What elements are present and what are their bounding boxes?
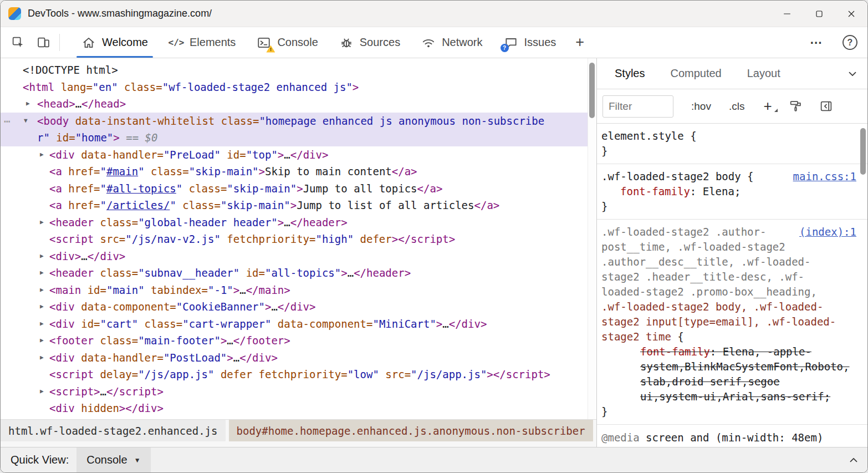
- css-colon: :: [710, 345, 723, 358]
- expand-arrow-icon[interactable]: ▶: [40, 248, 44, 265]
- code-token: href=: [62, 199, 100, 211]
- attribute-link[interactable]: #all-topics: [106, 182, 176, 195]
- code-token: class=: [182, 182, 227, 195]
- code-token: data-handler=: [75, 149, 164, 161]
- help-icon: ?: [847, 38, 853, 48]
- expand-arrow-icon[interactable]: ▶: [40, 282, 44, 299]
- tab-layout[interactable]: Layout: [747, 67, 780, 80]
- dom-tree-node[interactable]: <a href="#main" class="skip-main">Skip t…: [1, 163, 596, 180]
- code-token: id=: [239, 267, 265, 279]
- dom-tree-node[interactable]: ▶<div data-handler="PreLoad" id="top">…<…: [1, 146, 596, 164]
- dom-tree-node[interactable]: ▶<script>…</script>: [1, 383, 596, 400]
- attribute-link[interactable]: #main: [106, 165, 138, 177]
- new-style-rule-button[interactable]: +: [763, 98, 772, 115]
- css-declaration[interactable]: font-family: Elena, -apple-system,BlinkM…: [601, 344, 857, 404]
- toggle-element-state-button[interactable]: :hov: [691, 100, 711, 113]
- tab-computed[interactable]: Computed: [670, 67, 721, 80]
- sidebar-tabs: StylesComputedLayout: [597, 58, 867, 89]
- dom-tree-node[interactable]: ▶<div data-component="CookieBanner">…</d…: [1, 298, 596, 316]
- styles-filter-input[interactable]: [603, 95, 673, 118]
- attribute-link[interactable]: /articles/: [106, 199, 170, 211]
- dom-tree-node[interactable]: ▶<header class="global-header header">…<…: [1, 214, 596, 231]
- css-declaration[interactable]: font-family: Elena;: [601, 184, 857, 199]
- code-token: fetchpriority=: [252, 368, 348, 380]
- dom-tree-node[interactable]: ▶<head>…</head>: [1, 95, 596, 113]
- dom-tree-node[interactable]: <div hidden></div>: [1, 400, 596, 417]
- dom-tree-node[interactable]: <!DOCTYPE html>: [1, 62, 596, 79]
- styles-scrollbar-thumb[interactable]: [860, 128, 866, 175]
- dom-tree-node[interactable]: ▶<header class="subnav__header" id="all-…: [1, 265, 596, 282]
- close-button[interactable]: [835, 1, 867, 27]
- code-token: "skip-main": [227, 182, 297, 195]
- rendering-emulation-button[interactable]: [789, 99, 803, 113]
- dom-tree-node[interactable]: <a href="#all-topics" class="skip-main">…: [1, 180, 596, 197]
- dock-sidebar-button[interactable]: [819, 99, 833, 113]
- tab-elements[interactable]: </>Elements: [159, 27, 246, 58]
- customize-devtools-button[interactable]: ⋯: [800, 35, 833, 50]
- code-token: >: [259, 165, 265, 177]
- node-overflow-icon[interactable]: ⋯: [4, 113, 10, 130]
- tab-styles[interactable]: Styles: [615, 67, 645, 80]
- breadcrumb-body[interactable]: body#home.homepage.enhanced.js.anonymous…: [229, 420, 593, 441]
- more-tools-button[interactable]: +: [566, 27, 593, 58]
- dom-tree-node[interactable]: ▶<div>…</div>: [1, 248, 596, 265]
- dom-tree-node[interactable]: ⋯▼<body data-instant-whitelist class="ho…: [1, 113, 596, 146]
- code-token: data-handler=: [75, 352, 164, 364]
- expand-arrow-icon[interactable]: ▶: [40, 214, 44, 231]
- expand-arrow-icon[interactable]: ▶: [40, 332, 44, 349]
- maximize-button[interactable]: [803, 1, 835, 27]
- expand-quick-view-button[interactable]: [847, 447, 860, 472]
- selector-segment: {: [684, 130, 697, 142]
- dom-tree-node[interactable]: ▶<main id="main" tabindex="-1">…</main>: [1, 282, 596, 299]
- at-media-keyword: @media: [601, 431, 640, 444]
- expand-arrow-icon[interactable]: ▶: [40, 316, 44, 333]
- help-button[interactable]: ?: [843, 35, 857, 50]
- dom-tree-node[interactable]: ▶<div data-handler="PostLoad">…</div>: [1, 349, 596, 367]
- tab-sources[interactable]: Sources: [329, 27, 411, 58]
- stylesheet-link[interactable]: main.css:1: [793, 169, 856, 184]
- code-token: id=: [50, 131, 75, 144]
- tab-welcome[interactable]: Welcome: [71, 27, 159, 58]
- code-token: id=: [75, 318, 100, 330]
- css-rule[interactable]: (index):1.wf-loaded-stage2 .author-post_…: [597, 220, 867, 425]
- closing-brace: }: [601, 144, 857, 159]
- expand-arrow-icon[interactable]: ▶: [40, 146, 44, 164]
- code-token: lang=: [54, 81, 93, 93]
- toolbar-right: ⋯ ?: [800, 27, 867, 58]
- elements-scrollbar[interactable]: [588, 58, 596, 419]
- code-token: src=: [379, 368, 411, 380]
- dom-tree-node[interactable]: <script delay="/js/app.js" defer fetchpr…: [1, 366, 596, 383]
- dom-tree-node[interactable]: <a href="/articles/" class="skip-main">J…: [1, 197, 596, 214]
- code-token: <script: [49, 368, 94, 380]
- dom-tree-node[interactable]: <script src="/js/nav-v2.js" fetchpriorit…: [1, 231, 596, 248]
- expand-arrow-icon[interactable]: ▶: [40, 383, 44, 400]
- dom-tree-node[interactable]: ▶<div id="cart" class="cart-wrapper" dat…: [1, 316, 596, 333]
- quick-view-panel-select[interactable]: Console ▼: [76, 447, 150, 472]
- collapse-arrow-icon[interactable]: ▼: [24, 113, 28, 130]
- dom-tree-node[interactable]: <html lang="en" class="wf-loaded-stage2 …: [1, 79, 596, 96]
- devtools-window: DevTools - www.smashingmagazine.com/ Wel…: [0, 0, 868, 473]
- element-classes-button[interactable]: .cls: [729, 100, 745, 113]
- tab-issues[interactable]: ?Issues: [493, 27, 567, 58]
- stylesheet-link[interactable]: (index):1: [799, 225, 856, 240]
- scrollbar-thumb[interactable]: [589, 63, 595, 118]
- dom-tree-node[interactable]: ▶<footer class="main-footer">…</footer>: [1, 332, 596, 349]
- device-emulation-button[interactable]: [30, 27, 56, 58]
- tab-network[interactable]: Network: [411, 27, 493, 58]
- tab-console[interactable]: !Console: [246, 27, 328, 58]
- selector-segment: stage2 time: [601, 330, 671, 343]
- expand-arrow-icon[interactable]: ▶: [26, 95, 30, 113]
- sidebar-tabs-overflow-button[interactable]: [846, 68, 859, 80]
- minimize-button[interactable]: [771, 1, 803, 27]
- elements-icon: </>: [169, 35, 183, 50]
- expand-arrow-icon[interactable]: ▶: [40, 265, 44, 282]
- css-rule[interactable]: element.style {}: [597, 124, 867, 164]
- breadcrumb-html[interactable]: html.wf-loaded-stage2.enhanced.js: [1, 420, 226, 441]
- expand-arrow-icon[interactable]: ▶: [40, 349, 44, 367]
- inspect-element-button[interactable]: [5, 27, 30, 58]
- code-token: <html: [23, 81, 54, 93]
- breadcrumb: html.wf-loaded-stage2.enhanced.jsbody#ho…: [1, 419, 596, 447]
- code-token: <div: [49, 318, 75, 330]
- css-rule[interactable]: main.css:1.wf-loaded-stage2 body {font-f…: [597, 164, 867, 220]
- expand-arrow-icon[interactable]: ▶: [40, 298, 44, 316]
